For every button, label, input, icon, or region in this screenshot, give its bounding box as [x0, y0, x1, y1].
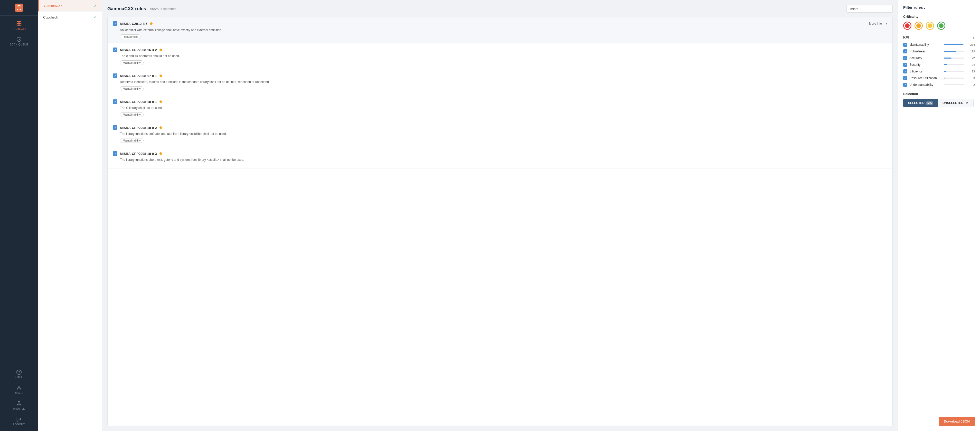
- kpi-item-resource-utilization: Resource Utilization 3: [903, 76, 975, 80]
- kpi-check-security[interactable]: [903, 63, 907, 67]
- rules-panel: GammaCXX rules 505/507 selected MISRA-C2…: [102, 0, 898, 431]
- project-item-gammacxx[interactable]: GammaCXX ✓: [38, 0, 102, 11]
- rule-tags-0: Robustness: [120, 34, 887, 39]
- help-icon: [16, 369, 22, 375]
- kpi-bar-accuracy: [944, 57, 951, 59]
- rule-checkbox-1[interactable]: [113, 48, 117, 52]
- check-icon-5: [114, 152, 116, 156]
- kpi-check-robustness[interactable]: [903, 49, 907, 53]
- criticality-icon-orange[interactable]: [915, 22, 923, 30]
- rule-item-misra-cpp2008-16-3-2[interactable]: MISRA-CPP2008-16-3-2 The # and ## operat…: [108, 43, 892, 69]
- kpi-label-accuracy: Accuracy: [909, 56, 940, 60]
- kpi-toggle-icon[interactable]: [972, 35, 975, 40]
- rule-item-misra-cpp2008-18-0-2[interactable]: MISRA-CPP2008-18-0-2 The library functio…: [108, 121, 892, 147]
- criticality-icon-light-orange[interactable]: [926, 22, 934, 30]
- sidebar-item-help[interactable]: HELP: [0, 366, 38, 382]
- check-icon-3: [114, 100, 116, 103]
- kpi-item-maintainability: Maintainability 274: [903, 43, 975, 47]
- rule-tag-2-0: Maintainability: [120, 86, 143, 91]
- unselected-count: 2: [966, 102, 969, 105]
- kpi-bar-robustness: [944, 51, 956, 52]
- rule-id-3: MISRA-CPP2008-18-0-1: [120, 100, 157, 104]
- kpi-check-icon-accuracy: [904, 57, 906, 60]
- kpi-label-robustness: Robustness: [909, 49, 940, 53]
- rule-item-misra-cpp2008-18-0-1[interactable]: MISRA-CPP2008-18-0-1 The C library shall…: [108, 95, 892, 121]
- kpi-bar-container-robustness: [944, 51, 964, 52]
- criticality-icons: [903, 22, 975, 30]
- selection-label: Selection: [903, 92, 918, 96]
- project-item-cppcheck[interactable]: Cppcheck ✓: [38, 11, 102, 23]
- kpi-label-resource-utilization: Resource Utilization: [909, 76, 940, 80]
- unselected-button[interactable]: UNSELECTED 2: [938, 99, 974, 107]
- selection-section: Selection SELECTED 505 UNSELECTED 2: [903, 92, 975, 107]
- kpi-check-understandability[interactable]: [903, 83, 907, 87]
- kpi-check-efficiency[interactable]: [903, 69, 907, 73]
- kpi-count-maintainability: 274: [968, 43, 975, 46]
- rule-checkbox-4[interactable]: [113, 126, 117, 130]
- svg-rect-2: [19, 22, 21, 23]
- kpi-bar-container-resource-utilization: [944, 78, 964, 79]
- kpi-item-understandability: Understandability 2: [903, 83, 975, 87]
- rules-selected-count: 505/507 selected: [150, 7, 176, 11]
- unselected-label: UNSELECTED: [942, 101, 963, 105]
- project-cppcheck-label: Cppcheck: [43, 16, 58, 19]
- rule-tag-1-0: Maintainability: [120, 60, 143, 65]
- kpi-check-maintainability[interactable]: [903, 43, 907, 47]
- kpi-bar-container-maintainability: [944, 44, 964, 45]
- rule-expand-icon-0[interactable]: ▾: [886, 22, 887, 25]
- criticality-icon-red[interactable]: [903, 22, 912, 30]
- rule-tag-3-0: Maintainability: [120, 112, 143, 117]
- rule-checkbox-0[interactable]: [113, 21, 117, 26]
- download-json-button[interactable]: Download JSON: [939, 417, 975, 426]
- kpi-check-icon-security: [904, 64, 906, 66]
- svg-point-9: [18, 401, 20, 403]
- selection-section-title: Selection: [903, 92, 975, 96]
- criticality-icon-green[interactable]: [937, 22, 945, 30]
- kpi-section-title: KPI: [903, 35, 975, 40]
- rule-checkbox-3[interactable]: [113, 99, 117, 104]
- kpi-label-understandability: Understandability: [909, 83, 940, 87]
- rule-item-header-4: MISRA-CPP2008-18-0-2: [113, 126, 887, 130]
- rule-item-header: MISRA-C2012-8.6 More info ▾: [113, 21, 887, 26]
- rule-id-1: MISRA-CPP2008-16-3-2: [120, 48, 157, 52]
- kpi-check-icon-resource-utilization: [904, 77, 906, 80]
- kpi-label: KPI: [903, 35, 909, 39]
- kpi-item-accuracy: Accuracy 72: [903, 56, 975, 60]
- sidebar-item-scan-queue[interactable]: SCAN QUEUE: [0, 33, 38, 49]
- scan-queue-icon: [16, 37, 22, 42]
- kpi-bar-security: [944, 64, 947, 65]
- selected-label: SELECTED: [908, 101, 924, 105]
- sidebar-item-admin[interactable]: ADMIN: [0, 382, 38, 398]
- kpi-check-icon-efficiency: [904, 70, 906, 73]
- rule-item-misra-cpp2008-17-0-1[interactable]: MISRA-CPP2008-17-0-1 Reserved identifier…: [108, 69, 892, 95]
- sidebar-item-projects[interactable]: PROJECTS: [0, 18, 38, 33]
- kpi-bar-container-understandability: [944, 84, 964, 85]
- admin-icon: [16, 385, 22, 391]
- sidebar-item-profile[interactable]: PROFILE: [0, 398, 38, 413]
- kpi-list: Maintainability 274 Robustness 119 Accur…: [903, 43, 975, 87]
- sidebar-item-profile-label: PROFILE: [13, 407, 25, 410]
- rule-item-misra-cpp2008-18-0-3[interactable]: MISRA-CPP2008-18-0-3 The library functio…: [108, 147, 892, 169]
- svg-rect-3: [17, 24, 19, 26]
- kpi-check-resource-utilization[interactable]: [903, 76, 907, 80]
- rule-tags-2: Maintainability: [120, 86, 887, 91]
- rule-desc-0: An identifier with external linkage shal…: [120, 28, 887, 32]
- rule-dot-1: [159, 49, 162, 51]
- rule-id-2: MISRA-CPP2008-17-0-1: [120, 74, 157, 78]
- kpi-bar-container-accuracy: [944, 57, 964, 59]
- rule-more-info-btn-0[interactable]: More info: [867, 21, 884, 26]
- selected-button[interactable]: SELECTED 505: [903, 99, 938, 107]
- rule-checkbox-5[interactable]: [113, 151, 117, 156]
- rule-item-header-5: MISRA-CPP2008-18-0-3: [113, 151, 887, 156]
- svg-point-8: [18, 386, 20, 388]
- kpi-bar-container-efficiency: [944, 71, 964, 72]
- rule-item-header-3: MISRA-CPP2008-18-0-1: [113, 99, 887, 104]
- rule-item-header-2: MISRA-CPP2008-17-0-1: [113, 73, 887, 78]
- rules-search-input[interactable]: [846, 5, 892, 13]
- rule-checkbox-2[interactable]: [113, 73, 117, 78]
- filter-panel: Filter rules : Criticality KPI: [898, 0, 980, 431]
- rule-item-misra-c2012-8-6[interactable]: MISRA-C2012-8.6 More info ▾ An identifie…: [108, 17, 892, 43]
- check-icon-2: [114, 74, 116, 78]
- kpi-check-accuracy[interactable]: [903, 56, 907, 60]
- sidebar-item-logout[interactable]: LOGOUT: [0, 413, 38, 429]
